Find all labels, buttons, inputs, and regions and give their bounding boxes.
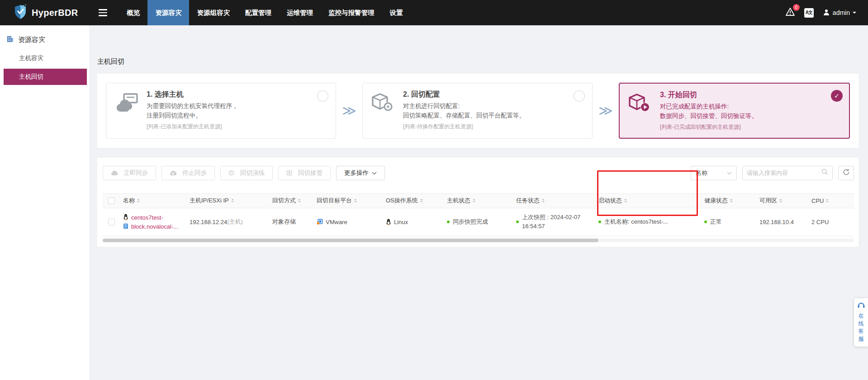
horizontal-scrollbar [103,239,854,242]
step-title: 3. 开始回切 [660,90,758,100]
cloud-host-icon [114,90,140,131]
col-header-target-platform[interactable]: 回切目标平台 [315,197,384,205]
user-icon [823,9,830,17]
step-desc: 对已完成配置的主机操作: 数据同步、回切接管、回切验证等。 [660,102,758,121]
cell-task-status: 上次快照 : 2024-02-07 16:54:57 [514,214,597,230]
cell-availability-zone: 192.168.10.4 [758,219,810,225]
sort-icon[interactable] [137,199,140,202]
sync-cloud-icon [111,170,118,176]
sort-icon[interactable] [420,199,423,202]
cell-os: Linux [384,219,445,225]
nav-item-monitor-alarm[interactable]: 监控与报警管理 [321,0,382,25]
search-input[interactable] [747,169,821,176]
user-menu[interactable]: admin [823,9,856,17]
col-header-ip[interactable]: 主机IP/ESXi IP [188,197,270,205]
status-dot-green [516,220,519,223]
sidebar: 资源容灾 主机容灾 主机回切 [0,25,89,380]
double-chevron-icon: ≫ [593,83,619,139]
sync-now-button[interactable]: 立即同步 [103,166,156,180]
col-header-boot-status[interactable]: 启动状态 [597,197,702,205]
step-note: [列表-待操作配置的主机资源] [403,123,525,131]
nav-item-settings[interactable]: 设置 [382,0,410,25]
nav-item-overview[interactable]: 概览 [119,0,147,25]
notification-badge: 0 [793,4,800,11]
sort-icon[interactable] [624,199,627,202]
sort-icon[interactable] [826,199,829,202]
sort-icon[interactable] [298,199,301,202]
cell-cpu: 2 CPU [810,219,854,225]
cell-failback-method: 对象存储 [270,218,315,226]
sort-icon[interactable] [473,199,475,202]
step-note: [列表-已添加未配置的主机资源] [147,123,238,131]
language-icon[interactable]: A文 [804,8,814,18]
step-card-failback-config[interactable]: 2. 回切配置 对主机进行回切配置: 回切策略配置、存储配置、回切平台配置等。 … [362,83,593,139]
step-card-select-host[interactable]: 1. 选择主机 为需要回切的主机安装代理程序， 注册到回切流程中。 [列表-已添… [106,83,336,139]
page-title: 主机回切 [97,57,859,66]
steps-panel: 1. 选择主机 为需要回切的主机安装代理程序， 注册到回切流程中。 [列表-已添… [97,74,859,148]
top-navbar: HyperBDR 概览 资源容灾 资源组容灾 配置管理 运维管理 监控与报警管理… [0,0,868,25]
table-row: centos7test- block.n [102,208,854,236]
toolbar: 立即同步 停止同步 回切演练 回切接管 更多操作 [102,166,854,180]
start-cube-icon [628,90,653,131]
step-title: 2. 回切配置 [403,90,525,99]
disk-icon [123,223,128,230]
step-card-start-failback[interactable]: 3. 开始回切 对已完成配置的主机操作: 数据同步、回切接管、回切验证等。 [列… [619,83,850,139]
col-header-os[interactable]: OS操作系统 [384,197,445,205]
col-header-name[interactable]: 名称 [121,197,188,205]
sidebar-item-host-failback[interactable]: 主机回切 [4,69,87,85]
status-dot-green [598,220,601,223]
more-actions-button[interactable]: 更多操作 [336,166,385,180]
online-service-button[interactable]: 在线客服 [854,298,868,347]
nav-item-ops-mgmt[interactable]: 运维管理 [279,0,321,25]
nav-item-resource-dr[interactable]: 资源容灾 [147,0,189,25]
sort-icon[interactable] [542,199,545,202]
search-box [742,166,833,180]
nav-item-resource-group-dr[interactable]: 资源组容灾 [189,0,237,25]
failback-takeover-button[interactable]: 回切接管 [278,166,331,180]
col-header-cpu[interactable]: CPU [810,197,854,204]
step-radio-unchecked[interactable] [574,90,585,102]
col-header-health-status[interactable]: 健康状态 [702,197,758,205]
failback-drill-button[interactable]: 回切演练 [220,166,273,180]
refresh-button[interactable] [838,166,854,180]
chevron-down-icon [727,169,732,176]
shield-logo-icon [14,4,27,21]
step-desc: 为需要回切的主机安装代理程序， 注册到回切流程中。 [147,102,238,121]
sort-icon[interactable] [779,199,782,202]
hamburger-icon[interactable] [90,0,116,25]
row-checkbox[interactable] [108,219,115,225]
nav-item-config-mgmt[interactable]: 配置管理 [237,0,279,25]
online-service-label: 在线客服 [859,312,864,343]
sidebar-section-title: 资源容灾 [0,25,89,51]
sidebar-item-host-dr[interactable]: 主机容灾 [0,51,89,66]
host-disk-link[interactable]: block.novalocal-... [123,223,178,230]
step-radio-unchecked[interactable] [317,90,328,102]
sort-icon[interactable] [231,199,234,202]
horizontal-scrollbar-thumb[interactable] [103,239,598,242]
check-badge-icon[interactable]: ✓ [831,90,843,102]
col-header-task-status[interactable]: 任务状态 [514,197,597,205]
sort-icon[interactable] [354,199,357,202]
vmware-icon [317,219,323,225]
double-chevron-icon: ≫ [336,83,362,139]
col-header-availability-zone[interactable]: 可用区 [758,197,810,205]
stop-sync-button[interactable]: 停止同步 [161,166,215,180]
filter-field-select[interactable]: 名称 [691,166,737,180]
step-note: [列表-已完成回切配置的主机资源] [660,123,758,131]
main-nav: 概览 资源容灾 资源组容灾 配置管理 运维管理 监控与报警管理 设置 [119,0,410,25]
cell-boot-status: 主机名称: centos7test-... [597,218,702,226]
col-header-failback-method[interactable]: 回切方式 [270,197,315,205]
brand-logo[interactable]: HyperBDR [0,0,90,25]
col-header-host-status[interactable]: 主机状态 [445,197,514,205]
takeover-square-icon [286,170,292,176]
select-all-checkbox[interactable] [108,197,115,204]
status-dot-green [447,220,450,223]
sort-icon[interactable] [730,199,733,202]
headset-icon [857,301,865,310]
alert-bell-icon[interactable]: 0 [785,7,795,18]
host-table: 名称 主机IP/ESXi IP 回切方式 回切目标平台 OS操作系统 主机状态 … [102,193,854,242]
brand-name: HyperBDR [32,8,78,18]
host-name-link[interactable]: centos7test- [123,214,178,221]
search-icon[interactable] [821,169,828,177]
cell-target-platform: VMware [315,219,384,225]
